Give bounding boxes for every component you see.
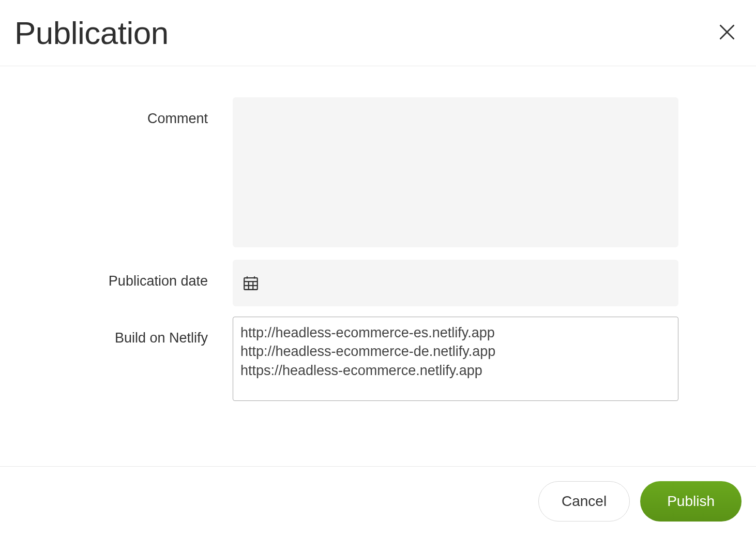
modal-body: Comment Publication date: [0, 66, 756, 466]
comment-row: Comment: [0, 97, 756, 249]
netlify-urls-box[interactable]: http://headless-ecommerce-es.netlify.app…: [233, 317, 678, 401]
svg-rect-2: [244, 278, 258, 290]
netlify-url: http://headless-ecommerce-es.netlify.app: [240, 323, 671, 342]
close-icon: [717, 22, 737, 43]
comment-input[interactable]: [233, 97, 678, 247]
publication-date-field[interactable]: [233, 260, 678, 306]
publish-button[interactable]: Publish: [640, 481, 742, 522]
publication-modal: Publication Comment Publication date: [0, 0, 756, 536]
build-netlify-row: Build on Netlify http://headless-ecommer…: [0, 317, 756, 401]
publication-date-input[interactable]: [260, 260, 669, 306]
build-netlify-label: Build on Netlify: [21, 317, 233, 346]
netlify-url: https://headless-ecommerce.netlify.app: [240, 361, 671, 380]
publication-date-row: Publication date: [0, 260, 756, 306]
modal-footer: Cancel Publish: [0, 466, 756, 536]
modal-header: Publication: [0, 0, 756, 66]
close-button[interactable]: [715, 21, 739, 46]
modal-title: Publication: [14, 14, 169, 51]
cancel-button[interactable]: Cancel: [538, 481, 630, 522]
publication-date-label: Publication date: [21, 260, 233, 289]
netlify-url: http://headless-ecommerce-de.netlify.app: [240, 342, 671, 361]
comment-label: Comment: [21, 97, 233, 127]
calendar-icon: [242, 274, 260, 292]
